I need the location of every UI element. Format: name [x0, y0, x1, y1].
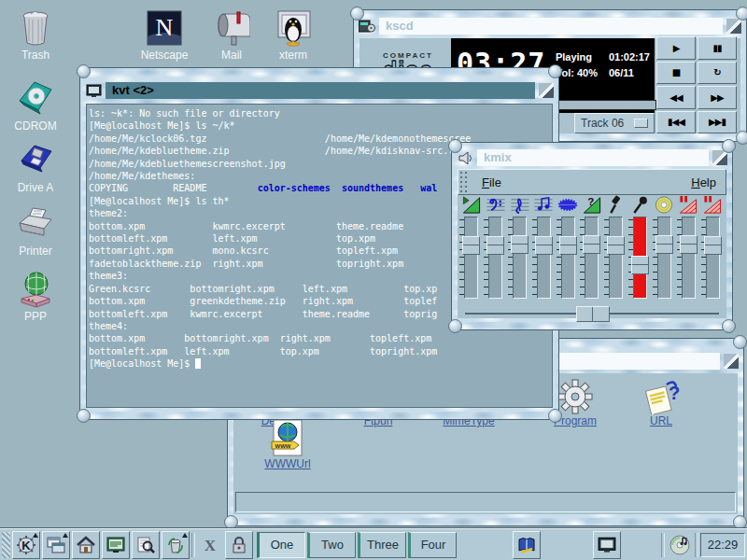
slider-handle[interactable]: [462, 236, 480, 255]
rewind-button[interactable]: ◀◀: [656, 86, 696, 109]
kmenu-button[interactable]: K: [12, 531, 40, 559]
track-selector[interactable]: Track 06: [574, 113, 655, 133]
forward-button[interactable]: ▶▶: [698, 86, 737, 109]
find-button[interactable]: [132, 531, 160, 559]
xkill-button[interactable]: X: [197, 532, 223, 558]
mixer-channel: [531, 195, 556, 300]
kscd-transport-buttons: ▶▮▮■↻◀◀▶▶▮◀◀▶▶▮: [656, 36, 737, 133]
volume-slider[interactable]: [706, 217, 720, 299]
mixer-channel: [508, 195, 532, 300]
kfm-item-wwwurl[interactable]: WWW WWWUrl: [250, 422, 325, 470]
kvt-titlebar[interactable]: kvt <2>: [80, 80, 558, 101]
cd-icon[interactable]: [654, 195, 674, 215]
muted-icon[interactable]: [702, 195, 723, 215]
volume-slider[interactable]: [488, 217, 502, 299]
terminal-line: ls: ~k*: No such file or directory: [89, 107, 550, 119]
prev-track-button[interactable]: ▮◀◀: [656, 111, 696, 134]
balance-handle[interactable]: [576, 306, 610, 322]
volume-slider[interactable]: [657, 217, 671, 299]
desktop-icon-drive-a[interactable]: Drive A: [0, 142, 71, 194]
balance-slider[interactable]: [465, 305, 719, 322]
lock-screen-button[interactable]: [225, 531, 253, 559]
mixer-channel: [556, 195, 580, 300]
volume-slider[interactable]: [682, 217, 696, 299]
home-button[interactable]: [72, 531, 100, 559]
desktop-icon-printer[interactable]: Printer: [0, 205, 71, 258]
slider-handle[interactable]: [535, 236, 553, 255]
printer-icon: [0, 205, 71, 243]
pause-button[interactable]: ▮▮: [698, 36, 737, 60]
volume-slider[interactable]: [561, 217, 575, 299]
kmix-window: kmix File Help ?: [451, 142, 733, 330]
home-icon: [76, 536, 96, 554]
slider-handle[interactable]: [704, 236, 722, 255]
slider-handle[interactable]: [583, 235, 600, 254]
next-track-button[interactable]: ▶▶▮: [698, 111, 737, 134]
window-list-button[interactable]: [42, 531, 70, 559]
muted-icon[interactable]: [678, 195, 698, 215]
kmix-titlebar[interactable]: kmix: [452, 147, 732, 168]
panel-hide-button[interactable]: [2, 532, 10, 558]
plug-icon[interactable]: [606, 195, 627, 215]
slider-handle[interactable]: [631, 256, 649, 274]
pager-button-two[interactable]: Two: [307, 532, 356, 558]
notes-icon[interactable]: [533, 195, 554, 215]
unknown-icon[interactable]: ?: [582, 195, 602, 215]
trash-menu-button[interactable]: [162, 531, 190, 559]
mixer-channels: ?: [459, 195, 725, 300]
kmix-menubar: File Help: [458, 169, 726, 195]
track-selector-latch: [634, 119, 648, 128]
window-grip-button[interactable]: [724, 354, 739, 369]
volume-slider[interactable]: [464, 217, 478, 299]
volume-slider[interactable]: [633, 217, 647, 299]
desktop-icon-netscape[interactable]: N Netscape: [129, 9, 200, 62]
desktop: Trash N Netscape Mail xterm CDROM Drive …: [0, 0, 747, 560]
kfm-item-url[interactable]: ? URL: [624, 379, 698, 427]
stop-button[interactable]: ■: [656, 62, 696, 85]
desktop-icon-label: Printer: [0, 245, 71, 258]
loop-button[interactable]: ↻: [698, 62, 737, 85]
volume-slider[interactable]: [513, 217, 527, 299]
netscape-icon: N: [129, 9, 200, 47]
desktop-icon-cdrom[interactable]: CDROM: [0, 80, 71, 133]
applications-button[interactable]: [102, 531, 130, 559]
menu-help[interactable]: Help: [682, 175, 726, 189]
window-grip-button[interactable]: [726, 19, 741, 34]
desktop-icon-mail[interactable]: Mail: [196, 9, 267, 62]
desktop-icon-ppp[interactable]: PPP: [0, 271, 71, 323]
kscd-titlebar[interactable]: kscd: [354, 16, 746, 36]
desktop-icon-xterm[interactable]: xterm: [258, 9, 329, 62]
volume-slider[interactable]: [537, 217, 551, 299]
volume-icon[interactable]: [461, 195, 482, 215]
menubar-drag-handle[interactable]: [459, 171, 469, 193]
help-button[interactable]: [513, 531, 541, 559]
volume-slider[interactable]: [609, 217, 623, 299]
kvt-taskbar-button[interactable]: [593, 531, 621, 559]
slider-handle[interactable]: [607, 236, 625, 255]
slider-handle[interactable]: [655, 235, 673, 254]
treble-clef-icon[interactable]: [510, 195, 530, 215]
pager-button-four[interactable]: Four: [408, 532, 457, 558]
play-button[interactable]: ▶: [656, 36, 696, 60]
www-globe-icon: WWW: [250, 422, 325, 457]
slider-handle[interactable]: [511, 235, 529, 254]
desktop-icon-label: Netscape: [129, 49, 200, 62]
slider-handle[interactable]: [559, 236, 577, 255]
microphone-icon[interactable]: [630, 195, 651, 215]
pager-button-one[interactable]: One: [257, 532, 305, 558]
menu-file[interactable]: File: [472, 175, 511, 189]
desktop-icon-trash[interactable]: Trash: [0, 9, 71, 62]
applications-icon: [106, 536, 126, 554]
desktop-icon-label: Drive A: [0, 181, 71, 194]
pager-button-three[interactable]: Three: [358, 532, 406, 558]
bass-clef-icon[interactable]: [486, 195, 506, 215]
slider-handle[interactable]: [680, 235, 698, 254]
url-document-icon: ?: [624, 379, 698, 414]
window-grip-button[interactable]: [539, 83, 554, 98]
kscd-dock-icon[interactable]: [667, 532, 693, 558]
synth-icon[interactable]: [557, 195, 578, 215]
slider-handle[interactable]: [486, 236, 504, 255]
trash-icon: [0, 9, 71, 47]
cdrom-icon: [0, 80, 71, 118]
volume-slider[interactable]: [585, 217, 599, 299]
